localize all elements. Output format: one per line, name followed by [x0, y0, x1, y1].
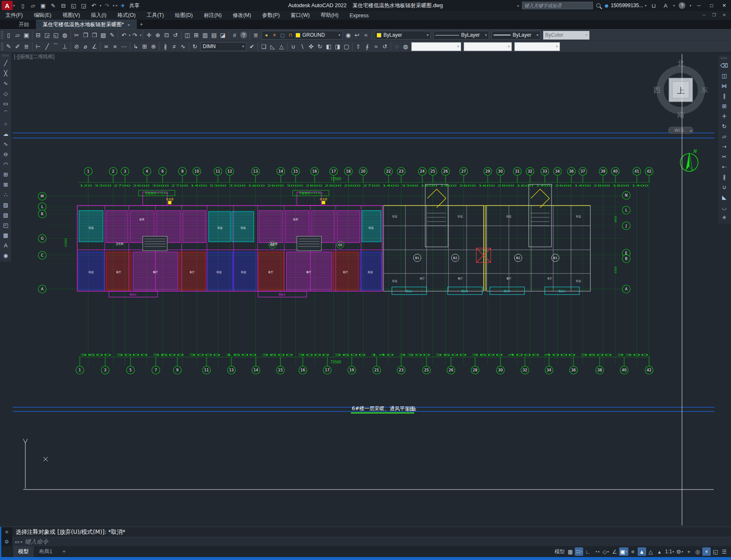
dim-angular-icon[interactable]: ∠	[90, 41, 99, 51]
move-icon[interactable]: ✛	[719, 111, 729, 121]
mesh-refine-icon[interactable]: ◍	[401, 41, 410, 51]
redo-dropdown-icon[interactable]: ▾	[140, 33, 141, 37]
dim-ordinate-icon[interactable]: ⊥	[60, 41, 69, 51]
redo-icon[interactable]: ↷	[130, 30, 139, 40]
make-block-icon[interactable]: ⊠	[1, 179, 11, 189]
fillet-icon[interactable]: ◡	[719, 202, 729, 212]
dim-edit-1-icon[interactable]: ✎	[4, 41, 13, 51]
model-space-canvas[interactable]: [-][俯视][二维线框] ╱╳∿◇▭⌒○☁∿⊖◠⊞⊠∴▨▧◰▦A◉ ⌫◫⋈∥⊞…	[0, 52, 731, 527]
dim-arc-icon[interactable]: ⌒	[52, 41, 60, 51]
solid-wedge-icon[interactable]: ◺	[268, 41, 277, 51]
toolpalettes-icon[interactable]: ▥	[201, 30, 209, 40]
iso-drafting-icon[interactable]: ◇▾	[601, 547, 610, 556]
gradient-icon[interactable]: ▧	[1, 210, 11, 220]
table-icon[interactable]: ▦	[1, 230, 11, 240]
hatch-icon[interactable]: ▨	[1, 200, 11, 210]
insert-block-icon[interactable]: ⊞	[1, 169, 11, 179]
toolbar-grip-2[interactable]	[1, 43, 3, 50]
copy-icon[interactable]: ❐	[81, 30, 90, 40]
layer-previous-icon[interactable]: ↩	[353, 30, 361, 40]
plot-icon[interactable]: ⊟	[34, 30, 43, 40]
mtext-icon[interactable]: A	[1, 240, 11, 250]
search-icon[interactable]	[596, 3, 601, 8]
dimstyle-dropdown[interactable]: DIMN ▾	[201, 42, 246, 51]
point-icon[interactable]: ∴	[1, 189, 11, 200]
array-icon[interactable]: ⊞	[719, 101, 729, 111]
menu-item-11[interactable]: 窗口(W)	[285, 11, 315, 20]
solid-cone-icon[interactable]: △	[277, 41, 286, 51]
command-prompt-icon[interactable]: ▭	[15, 539, 19, 545]
layer-properties-icon[interactable]: ≣	[251, 30, 260, 40]
save-icon[interactable]: ▣	[38, 1, 48, 10]
offset-icon[interactable]: ∥	[719, 91, 729, 101]
rotate-icon[interactable]: ↻	[719, 121, 729, 131]
undo-dropdown-icon[interactable]: ▾	[100, 4, 101, 8]
linetype-dropdown-chevron-icon[interactable]: ▾	[485, 33, 487, 37]
solid-extrude-icon[interactable]: ⇧	[354, 41, 363, 51]
floor-plan-drawing[interactable]: 73500 120 3300 2700 2600 3000 2700 1400 …	[13, 52, 715, 527]
zoom-window-icon[interactable]: ⊡	[162, 30, 171, 40]
dim-linear-icon[interactable]: ⊢	[34, 41, 43, 51]
menu-item-4[interactable]: 插入(I)	[85, 11, 112, 20]
autodesk-a-icon[interactable]: A	[661, 1, 670, 10]
tab-layout-new-icon[interactable]: +	[57, 546, 71, 557]
layer-dropdown[interactable]: ● ☀ ▢ ⊓ GROUND ▾	[261, 31, 342, 40]
menu-item-1[interactable]: 文件(F)	[0, 11, 28, 20]
search-collapse-icon[interactable]: ▸	[518, 4, 519, 8]
solid-slice-icon[interactable]: ◧	[324, 41, 333, 51]
solid-shell-icon[interactable]: ▢	[342, 41, 351, 51]
color-dropdown[interactable]: ByLayer ▾	[375, 31, 431, 40]
dim-quick-icon[interactable]: ≍	[102, 41, 111, 51]
explode-icon[interactable]: ✳	[719, 212, 729, 222]
graphics-performance-icon[interactable]: ⚡	[702, 547, 711, 556]
mesh-smooth-icon[interactable]: ◌	[392, 41, 401, 51]
dim-continue-icon[interactable]: ⋯	[120, 41, 128, 51]
annotation-autoscale-icon[interactable]: △	[647, 547, 655, 556]
dim-update-icon[interactable]: ↻	[190, 41, 199, 51]
mleader-style-dropdown[interactable]: ▾	[514, 42, 560, 51]
tab-document[interactable]: 某住宅楼低温热水地板辐射采暖图* ×	[36, 20, 137, 29]
toolbar-grip[interactable]	[1, 31, 3, 39]
dim-center-icon[interactable]: ⊕	[149, 41, 158, 51]
qat-customize-icon[interactable]: ▾	[116, 4, 117, 8]
print-icon[interactable]: ◲	[79, 1, 88, 10]
region-icon[interactable]: ◰	[1, 220, 11, 230]
share-label[interactable]: 共享	[129, 2, 139, 9]
menu-item-3[interactable]: 视图(V)	[57, 11, 86, 20]
mirror-icon[interactable]: ⋈	[719, 81, 729, 91]
properties-icon[interactable]: ◫	[183, 30, 192, 40]
customize-menu-icon[interactable]: ☰	[720, 547, 728, 556]
linetype-dropdown[interactable]: ByLayer ▾	[433, 31, 489, 40]
pan-icon[interactable]: ✛	[144, 30, 153, 40]
dimstyle-dropdown-chevron-icon[interactable]: ▾	[242, 44, 244, 49]
tab-layout1[interactable]: 布局1	[34, 546, 57, 557]
arc-icon[interactable]: ⌒	[1, 108, 11, 119]
rectangle-icon[interactable]: ▭	[1, 98, 11, 108]
stretch-icon[interactable]: ⇢	[719, 141, 729, 151]
command-recent-chevron-icon[interactable]: ▾	[20, 540, 22, 544]
doc-restore-button[interactable]: ❐	[709, 11, 719, 19]
tab-model[interactable]: 模型	[13, 546, 34, 557]
help-chevron-icon[interactable]: ▾	[690, 4, 691, 8]
publish-icon[interactable]: ◱	[69, 1, 78, 10]
new-file-icon[interactable]: ▯	[18, 1, 27, 10]
trim-icon[interactable]: ✂	[719, 151, 729, 162]
menu-item-10[interactable]: 参数(P)	[257, 11, 285, 20]
open-file-icon[interactable]: ▱	[28, 1, 38, 10]
solid-section-icon[interactable]: ◨	[333, 41, 342, 51]
etransmit-icon[interactable]: ◍	[60, 30, 69, 40]
solid-loft-icon[interactable]: ≈	[372, 41, 380, 51]
layer-states-icon[interactable]: ≈	[361, 30, 370, 40]
tab-start[interactable]: 开始	[12, 20, 36, 29]
tab-new-icon[interactable]: +	[137, 20, 146, 29]
clean-screen-icon[interactable]: ◱	[711, 547, 720, 556]
solid-revolve-icon[interactable]: ↺	[380, 41, 389, 51]
dim-style-apply-icon[interactable]: ✔	[247, 41, 256, 51]
undo-icon[interactable]: ↶	[89, 1, 98, 10]
dim-jog-icon[interactable]: ∿	[179, 41, 188, 51]
app-store-cart-icon[interactable]: ⊔	[649, 1, 658, 10]
chamfer-icon[interactable]: ◣	[719, 192, 729, 202]
text-style-dropdown[interactable]: ▾	[411, 42, 461, 51]
cut-icon[interactable]: ✂	[72, 30, 81, 40]
construction-line-icon[interactable]: ╳	[1, 68, 11, 78]
